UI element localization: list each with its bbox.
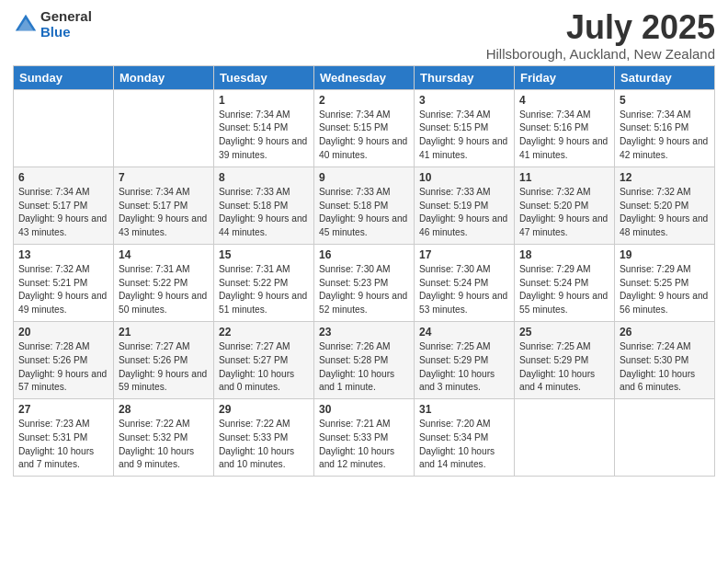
col-sunday: Sunday <box>14 65 114 89</box>
day-number: 26 <box>620 326 710 339</box>
day-info: Sunrise: 7:32 AMSunset: 5:20 PMDaylight:… <box>620 187 708 237</box>
calendar-table: Sunday Monday Tuesday Wednesday Thursday… <box>13 65 715 477</box>
table-row: 21Sunrise: 7:27 AMSunset: 5:26 PMDayligh… <box>114 321 214 398</box>
table-row: 16Sunrise: 7:30 AMSunset: 5:23 PMDayligh… <box>314 244 415 321</box>
table-row <box>14 89 114 167</box>
day-info: Sunrise: 7:23 AMSunset: 5:31 PMDaylight:… <box>18 419 94 469</box>
day-info: Sunrise: 7:33 AMSunset: 5:19 PMDaylight:… <box>419 187 507 237</box>
day-info: Sunrise: 7:31 AMSunset: 5:22 PMDaylight:… <box>119 264 207 315</box>
table-row: 14Sunrise: 7:31 AMSunset: 5:22 PMDayligh… <box>114 244 214 321</box>
day-number: 2 <box>319 94 409 107</box>
table-row: 2Sunrise: 7:34 AMSunset: 5:15 PMDaylight… <box>314 89 415 167</box>
day-number: 11 <box>519 171 609 184</box>
col-monday: Monday <box>114 65 214 89</box>
title-section: July 2025 Hillsborough, Auckland, New Ze… <box>486 9 715 62</box>
day-number: 17 <box>419 248 509 261</box>
table-row: 29Sunrise: 7:22 AMSunset: 5:33 PMDayligh… <box>214 399 314 477</box>
day-number: 30 <box>319 403 409 416</box>
col-tuesday: Tuesday <box>214 65 314 89</box>
table-row: 30Sunrise: 7:21 AMSunset: 5:33 PMDayligh… <box>314 399 415 477</box>
table-row: 11Sunrise: 7:32 AMSunset: 5:20 PMDayligh… <box>515 167 615 244</box>
table-row: 27Sunrise: 7:23 AMSunset: 5:31 PMDayligh… <box>14 399 114 477</box>
day-number: 22 <box>219 326 309 339</box>
day-number: 18 <box>519 248 609 261</box>
table-row: 26Sunrise: 7:24 AMSunset: 5:30 PMDayligh… <box>615 321 715 398</box>
day-number: 5 <box>620 94 710 107</box>
table-row: 18Sunrise: 7:29 AMSunset: 5:24 PMDayligh… <box>515 244 615 321</box>
table-row: 1Sunrise: 7:34 AMSunset: 5:14 PMDaylight… <box>214 89 314 167</box>
day-info: Sunrise: 7:34 AMSunset: 5:17 PMDaylight:… <box>119 187 207 237</box>
logo: General Blue <box>13 9 92 40</box>
day-info: Sunrise: 7:31 AMSunset: 5:22 PMDaylight:… <box>219 264 307 315</box>
col-thursday: Thursday <box>415 65 515 89</box>
logo-text: General Blue <box>40 9 92 40</box>
table-row: 3Sunrise: 7:34 AMSunset: 5:15 PMDaylight… <box>415 89 515 167</box>
day-info: Sunrise: 7:33 AMSunset: 5:18 PMDaylight:… <box>219 187 307 237</box>
day-info: Sunrise: 7:34 AMSunset: 5:15 PMDaylight:… <box>319 109 407 160</box>
table-row: 23Sunrise: 7:26 AMSunset: 5:28 PMDayligh… <box>314 321 415 398</box>
table-row: 22Sunrise: 7:27 AMSunset: 5:27 PMDayligh… <box>214 321 314 398</box>
day-info: Sunrise: 7:25 AMSunset: 5:29 PMDaylight:… <box>519 341 595 392</box>
day-info: Sunrise: 7:28 AMSunset: 5:26 PMDaylight:… <box>18 341 107 392</box>
day-info: Sunrise: 7:22 AMSunset: 5:33 PMDaylight:… <box>219 419 294 469</box>
table-row: 20Sunrise: 7:28 AMSunset: 5:26 PMDayligh… <box>14 321 114 398</box>
location-title: Hillsborough, Auckland, New Zealand <box>486 46 715 62</box>
table-row: 13Sunrise: 7:32 AMSunset: 5:21 PMDayligh… <box>14 244 114 321</box>
page-container: General Blue July 2025 Hillsborough, Auc… <box>0 0 728 484</box>
table-row: 9Sunrise: 7:33 AMSunset: 5:18 PMDaylight… <box>314 167 415 244</box>
day-info: Sunrise: 7:34 AMSunset: 5:14 PMDaylight:… <box>219 109 307 160</box>
day-number: 7 <box>119 171 209 184</box>
day-number: 12 <box>620 171 710 184</box>
day-info: Sunrise: 7:29 AMSunset: 5:25 PMDaylight:… <box>620 264 708 315</box>
col-saturday: Saturday <box>615 65 715 89</box>
col-friday: Friday <box>515 65 615 89</box>
day-number: 3 <box>419 94 509 107</box>
month-title: July 2025 <box>486 9 715 46</box>
day-info: Sunrise: 7:20 AMSunset: 5:34 PMDaylight:… <box>419 419 495 469</box>
table-row: 8Sunrise: 7:33 AMSunset: 5:18 PMDaylight… <box>214 167 314 244</box>
logo-general-text: General <box>40 9 92 25</box>
day-info: Sunrise: 7:21 AMSunset: 5:33 PMDaylight:… <box>319 419 394 469</box>
day-info: Sunrise: 7:24 AMSunset: 5:30 PMDaylight:… <box>620 341 695 392</box>
day-number: 21 <box>119 326 209 339</box>
day-info: Sunrise: 7:32 AMSunset: 5:20 PMDaylight:… <box>519 187 608 237</box>
day-info: Sunrise: 7:27 AMSunset: 5:26 PMDaylight:… <box>119 341 207 392</box>
day-info: Sunrise: 7:32 AMSunset: 5:21 PMDaylight:… <box>18 264 107 315</box>
day-info: Sunrise: 7:34 AMSunset: 5:15 PMDaylight:… <box>419 109 507 160</box>
day-number: 19 <box>620 248 710 261</box>
header: General Blue July 2025 Hillsborough, Auc… <box>13 9 715 62</box>
day-number: 31 <box>419 403 509 416</box>
day-number: 27 <box>18 403 108 416</box>
day-number: 8 <box>219 171 309 184</box>
day-info: Sunrise: 7:34 AMSunset: 5:17 PMDaylight:… <box>18 187 107 237</box>
day-number: 28 <box>119 403 209 416</box>
day-number: 14 <box>119 248 209 261</box>
table-row: 7Sunrise: 7:34 AMSunset: 5:17 PMDaylight… <box>114 167 214 244</box>
table-row: 25Sunrise: 7:25 AMSunset: 5:29 PMDayligh… <box>515 321 615 398</box>
day-number: 25 <box>519 326 609 339</box>
day-info: Sunrise: 7:34 AMSunset: 5:16 PMDaylight:… <box>519 109 608 160</box>
day-number: 1 <box>219 94 309 107</box>
day-number: 24 <box>419 326 509 339</box>
day-number: 16 <box>319 248 409 261</box>
table-row: 19Sunrise: 7:29 AMSunset: 5:25 PMDayligh… <box>615 244 715 321</box>
day-info: Sunrise: 7:25 AMSunset: 5:29 PMDaylight:… <box>419 341 495 392</box>
table-row: 4Sunrise: 7:34 AMSunset: 5:16 PMDaylight… <box>515 89 615 167</box>
table-row: 17Sunrise: 7:30 AMSunset: 5:24 PMDayligh… <box>415 244 515 321</box>
day-number: 6 <box>18 171 108 184</box>
day-number: 13 <box>18 248 108 261</box>
table-row: 28Sunrise: 7:22 AMSunset: 5:32 PMDayligh… <box>114 399 214 477</box>
day-number: 10 <box>419 171 509 184</box>
day-number: 9 <box>319 171 409 184</box>
col-wednesday: Wednesday <box>314 65 415 89</box>
day-number: 29 <box>219 403 309 416</box>
table-row: 5Sunrise: 7:34 AMSunset: 5:16 PMDaylight… <box>615 89 715 167</box>
day-number: 4 <box>519 94 609 107</box>
logo-icon <box>13 12 39 38</box>
table-row: 24Sunrise: 7:25 AMSunset: 5:29 PMDayligh… <box>415 321 515 398</box>
table-row <box>114 89 214 167</box>
day-info: Sunrise: 7:29 AMSunset: 5:24 PMDaylight:… <box>519 264 608 315</box>
table-row <box>615 399 715 477</box>
day-info: Sunrise: 7:33 AMSunset: 5:18 PMDaylight:… <box>319 187 407 237</box>
day-info: Sunrise: 7:26 AMSunset: 5:28 PMDaylight:… <box>319 341 394 392</box>
